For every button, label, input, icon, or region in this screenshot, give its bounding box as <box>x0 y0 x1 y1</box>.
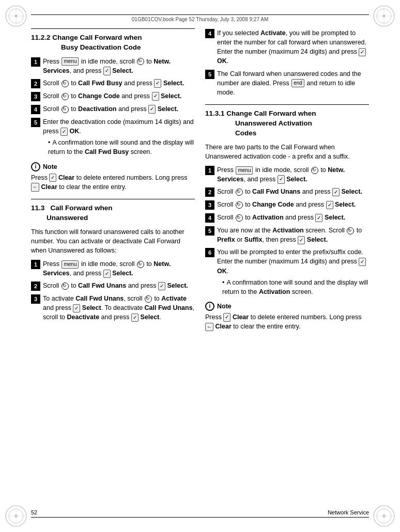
step-1131-2: 2 Scroll to Call Fwd Unans and press ✓ S… <box>205 187 369 197</box>
scroll-icon <box>61 283 69 290</box>
step-content: Press menu in idle mode, scroll to Netw.… <box>43 259 195 278</box>
menu-key: menu <box>61 57 79 66</box>
select-key: ✓ <box>73 304 80 313</box>
step-number: 3 <box>205 200 214 210</box>
divider-3 <box>205 104 369 105</box>
step-content: Scroll to Change Code and press ✓ Select… <box>217 200 356 209</box>
step-113-4: 4 If you selected Activate, you will be … <box>205 28 369 66</box>
scroll-icon <box>137 261 144 268</box>
step-content: Scroll to Change Code and press ✓ Select… <box>43 91 181 101</box>
select-key: ✓ <box>131 314 139 322</box>
step-1131-1: 1 Press menu in idle mode, scroll to Net… <box>205 165 369 184</box>
step-content: Press menu in idle mode, scroll to Netw.… <box>43 57 195 75</box>
step-number: 1 <box>31 260 40 269</box>
scroll-icon <box>236 189 243 196</box>
note-title: Note <box>217 303 232 310</box>
step-number: 1 <box>31 57 40 67</box>
scroll-icon <box>61 80 69 87</box>
note-header: i Note <box>31 162 195 171</box>
step-content: Scroll to Call Fwd Busy and press ✓ Sele… <box>43 79 184 88</box>
note-icon: i <box>31 162 40 171</box>
step-1122-4: 4 Scroll to Deactivation and press ✓ Sel… <box>31 104 195 114</box>
step-content: The Call forward when unanswered codes a… <box>217 69 369 97</box>
main-content: 11.2.2 Change Call Forward when Busy Dea… <box>31 28 369 506</box>
header-bar: 01GB01COV.book Page 52 Thursday, July 3,… <box>31 14 369 22</box>
note-box-1122: i Note Press ✓ Clear to delete entered n… <box>31 162 195 192</box>
divider-1 <box>31 28 195 29</box>
step-113-5: 5 The Call forward when unanswered codes… <box>205 69 369 97</box>
step-content: To activate Call Fwd Unans, scroll to Ac… <box>43 294 195 322</box>
step-1131-4: 4 Scroll to Activation and press ✓ Selec… <box>205 213 369 223</box>
step-content: Scroll to Deactivation and press ✓ Selec… <box>43 104 178 114</box>
scroll-icon <box>236 201 243 209</box>
step-113-3: 3 To activate Call Fwd Unans, scroll to … <box>31 294 195 322</box>
step-1122-3: 3 Scroll to Change Code and press ✓ Sele… <box>31 91 195 101</box>
section-11-3-1-intro: There are two parts to the Call Forward … <box>205 143 369 161</box>
note-header: i Note <box>205 302 369 311</box>
menu-key: menu <box>61 260 79 269</box>
step-number: 4 <box>205 213 214 223</box>
section-11-2-2-title: 11.2.2 Change Call Forward when Busy Dea… <box>31 33 195 53</box>
section-11-3-title: 11.3 Call Forward when Unanswered <box>31 204 195 223</box>
step-1122-5: 5 Enter the deactivation code (maximum 1… <box>31 117 195 157</box>
step-content: Scroll to Call Fwd Unans and press ✓ Sel… <box>43 281 188 290</box>
step-content: You will be prompted to enter the prefix… <box>217 247 369 296</box>
footer-bar: 52 Network Service <box>31 509 369 518</box>
step-content: Enter the deactivation code (maximum 14 … <box>43 117 195 157</box>
scroll-icon <box>236 214 243 222</box>
step-content: If you selected Activate, you will be pr… <box>217 28 369 66</box>
step-number: 6 <box>205 248 214 257</box>
select-key: ✓ <box>158 282 165 291</box>
select-key: ✓ <box>359 258 366 267</box>
step-content: Scroll to Activation and press ✓ Select. <box>217 213 345 222</box>
page-number: 52 <box>31 509 37 515</box>
step-1122-2: 2 Scroll to Call Fwd Busy and press ✓ Se… <box>31 79 195 88</box>
scroll-icon <box>137 58 144 65</box>
scroll-icon <box>145 295 152 303</box>
section-11-3-1-title: 11.3.1 Change Call Forward when Unanswer… <box>205 109 369 138</box>
select-key: ✓ <box>298 236 305 245</box>
step-113-2: 2 Scroll to Call Fwd Unans and press ✓ S… <box>31 281 195 291</box>
corner-decoration-bl <box>3 503 29 529</box>
step-number: 1 <box>205 166 214 175</box>
header-text: 01GB01COV.book Page 52 Thursday, July 3,… <box>132 17 268 22</box>
note-content: Press ✓ Clear to delete entered numbers.… <box>31 173 195 192</box>
select-key: ✓ <box>49 174 56 182</box>
step-number: 2 <box>31 79 40 88</box>
step-content: Scroll to Call Fwd Unans and press ✓ Sel… <box>217 187 362 196</box>
scroll-icon <box>61 93 69 100</box>
section-label: Network Service <box>328 509 369 515</box>
step-number: 4 <box>205 29 214 38</box>
divider-2 <box>31 199 195 199</box>
step-content: You are now at the Activation screen. Sc… <box>217 226 369 244</box>
corner-decoration-tl <box>3 3 29 29</box>
select-key: ✓ <box>223 313 230 322</box>
step-number: 3 <box>31 92 40 101</box>
step-1131-3: 3 Scroll to Change Code and press ✓ Sele… <box>205 200 369 210</box>
select-key: ✓ <box>154 79 161 88</box>
bullet-item: A confirmation tone will sound and the d… <box>217 278 369 296</box>
select-key: ✓ <box>278 175 285 184</box>
step-number: 2 <box>31 281 40 291</box>
step-1131-6: 6 You will be prompted to enter the pref… <box>205 247 369 296</box>
step-number: 4 <box>31 105 40 114</box>
step-content: Press menu in idle mode, scroll to Netw.… <box>217 165 369 184</box>
scroll-icon <box>311 167 318 174</box>
select-key: ✓ <box>152 92 159 101</box>
step-number: 2 <box>205 187 214 197</box>
step-number: 5 <box>205 226 214 236</box>
back-key: ← <box>31 183 39 192</box>
select-key: ✓ <box>332 188 340 197</box>
select-key: ✓ <box>148 105 156 114</box>
note-box-1131: i Note Press ✓ Clear to delete entered n… <box>205 302 369 331</box>
select-key: ✓ <box>103 270 111 278</box>
back-key: ← <box>205 323 213 332</box>
select-key: ✓ <box>60 128 68 136</box>
corner-decoration-tr <box>371 3 397 29</box>
note-content: Press ✓ Clear to delete entered numbers.… <box>205 312 369 331</box>
bullet-item: A confirmation tone will sound and the d… <box>43 138 195 157</box>
left-column: 11.2.2 Change Call Forward when Busy Dea… <box>31 28 195 506</box>
section-11-3-intro: This function will forward unanswered ca… <box>31 227 195 255</box>
scroll-icon <box>347 227 354 234</box>
note-icon: i <box>205 302 214 311</box>
